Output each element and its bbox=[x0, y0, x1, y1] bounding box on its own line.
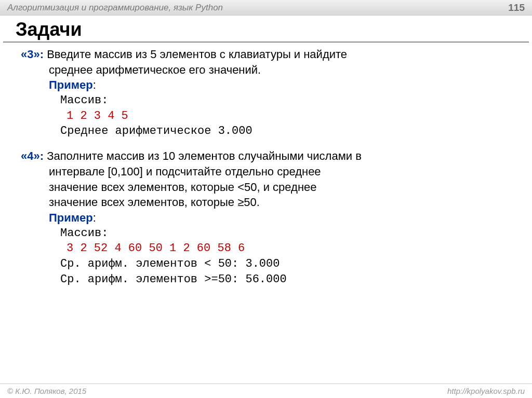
course-title: Алгоритмизация и программирование, язык … bbox=[7, 3, 223, 13]
task-4: «4»: Заполните массив из 10 элементов сл… bbox=[21, 148, 520, 287]
task-3-arr-values: 1 2 3 4 5 bbox=[21, 108, 520, 124]
example-colon-4: : bbox=[93, 211, 96, 224]
task-3-text-1: Введите массив из 5 элементов с клавиату… bbox=[44, 48, 347, 61]
footer-bar: © К.Ю. Поляков, 2015 http://kpolyakov.sp… bbox=[0, 383, 532, 398]
slide: Алгоритмизация и программирование, язык … bbox=[0, 0, 532, 398]
task-3-line1: «3»: Введите массив из 5 элементов с кла… bbox=[21, 47, 520, 62]
task-4-text-1: Заполните массив из 10 элементов случайн… bbox=[44, 149, 362, 162]
task-3-text-2: среднее арифметическое его значений. bbox=[21, 62, 520, 78]
task-3-arr-label: Массив: bbox=[21, 93, 520, 108]
task-4-example-label: Пример: bbox=[21, 210, 520, 226]
example-word-4: Пример bbox=[49, 211, 93, 224]
task-4-label: «4»: bbox=[21, 149, 44, 162]
task-4-text-4: значение всех элементов, которые ≥50. bbox=[21, 195, 520, 210]
task-4-text-3: значение всех элементов, которые <50, и … bbox=[21, 180, 520, 195]
task-3-example-label: Пример: bbox=[21, 77, 520, 93]
footer-url: http://kpolyakov.spb.ru bbox=[447, 387, 525, 395]
slide-title: Задачи bbox=[3, 16, 529, 43]
task-4-arr-values: 3 2 52 4 60 50 1 2 60 58 6 bbox=[21, 241, 520, 256]
task-3-result: Среднее арифметическое 3.000 bbox=[21, 123, 520, 139]
content-area: «3»: Введите массив из 5 элементов с кла… bbox=[0, 43, 532, 287]
example-colon: : bbox=[93, 78, 96, 91]
task-4-line1: «4»: Заполните массив из 10 элементов сл… bbox=[21, 148, 520, 164]
task-4-text-2: интервале [0,100] и подсчитайте отдельно… bbox=[21, 164, 520, 180]
footer-copyright: © К.Ю. Поляков, 2015 bbox=[7, 387, 86, 395]
task-3-label: «3»: bbox=[21, 48, 44, 61]
task-4-result-1: Ср. арифм. элементов < 50: 3.000 bbox=[21, 256, 520, 272]
task-4-result-2: Ср. арифм. элементов >=50: 56.000 bbox=[21, 272, 520, 287]
example-word: Пример bbox=[49, 78, 93, 91]
task-3: «3»: Введите массив из 5 элементов с кла… bbox=[21, 47, 520, 139]
page-number: 115 bbox=[508, 2, 525, 13]
header-bar: Алгоритмизация и программирование, язык … bbox=[0, 0, 532, 16]
task-4-arr-label: Массив: bbox=[21, 226, 520, 241]
